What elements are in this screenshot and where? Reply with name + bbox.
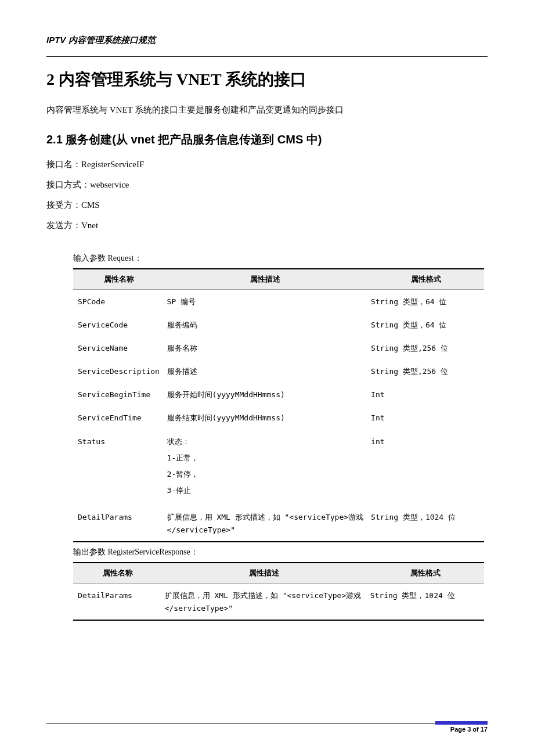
interface-mode-value: webservice	[90, 180, 129, 189]
sender-label: 发送方：	[46, 221, 81, 230]
table-row: DetailParams 扩展信息，用 XML 形式描述，如 "<service…	[73, 505, 484, 542]
table-row: Status 状态： 1-正常， 2-暂停， 3-停止 int	[73, 430, 484, 505]
sender-row: 发送方：Vnet	[46, 220, 488, 231]
status-line: 状态：	[167, 435, 365, 448]
cell-name: DetailParams	[73, 584, 161, 621]
sender-value: Vnet	[81, 221, 98, 230]
cell-desc: 服务描述	[164, 359, 368, 383]
request-table: 属性名称 属性描述 属性格式 SPCode SP 编号 String 类型，64…	[73, 268, 484, 542]
cell-name: ServiceCode	[73, 313, 164, 336]
cell-format: String 类型，64 位	[367, 313, 484, 336]
table-row: SPCode SP 编号 String 类型，64 位	[73, 290, 484, 314]
col-header-desc: 属性描述	[161, 563, 367, 584]
cell-name: ServiceEndTime	[73, 406, 164, 429]
col-header-format: 属性格式	[367, 563, 484, 584]
table-row: ServiceName 服务名称 String 类型,256 位	[73, 336, 484, 359]
cell-format: String 类型,256 位	[367, 359, 484, 383]
page-footer: Page 3 of 17	[46, 723, 488, 733]
footer-accent-bar	[435, 721, 488, 725]
cell-format: String 类型,256 位	[367, 336, 484, 359]
cell-format: int	[367, 430, 484, 505]
interface-name-value: RegisterServiceIF	[81, 160, 144, 169]
cell-format: String 类型，64 位	[367, 290, 484, 314]
cell-name: SPCode	[73, 290, 164, 314]
cell-desc: 服务结束时间(yyyyMMddHHmmss)	[164, 406, 368, 429]
cell-name: DetailParams	[73, 505, 164, 542]
table-row: ServiceBeginTime 服务开始时间(yyyyMMddHHmmss) …	[73, 383, 484, 406]
cell-format: String 类型，1024 位	[367, 505, 484, 542]
cell-desc: 扩展信息，用 XML 形式描述，如 "<serviceType>游戏</serv…	[161, 584, 367, 621]
table-row: ServiceCode 服务编码 String 类型，64 位	[73, 313, 484, 336]
table-row: ServiceDescription 服务描述 String 类型,256 位	[73, 359, 484, 383]
status-line: 1-正常，	[167, 452, 365, 465]
cell-format: String 类型，1024 位	[367, 584, 484, 621]
cell-name: ServiceName	[73, 336, 164, 359]
doc-header-title: IPTV 内容管理系统接口规范	[46, 35, 488, 46]
interface-mode-label: 接口方式：	[46, 180, 90, 189]
table-row: DetailParams 扩展信息，用 XML 形式描述，如 "<service…	[73, 584, 484, 621]
section-heading: 2 内容管理系统与 VNET 系统的接口	[46, 69, 488, 91]
interface-mode-row: 接口方式：webservice	[46, 179, 488, 190]
receiver-row: 接受方：CMS	[46, 200, 488, 211]
interface-name-row: 接口名：RegisterServiceIF	[46, 159, 488, 170]
cell-format: Int	[367, 406, 484, 429]
subsection-heading: 2.1 服务创建(从 vnet 把产品服务信息传递到 CMS 中)	[46, 132, 488, 147]
cell-desc: 服务开始时间(yyyyMMddHHmmss)	[164, 383, 368, 406]
cell-desc: 服务名称	[164, 336, 368, 359]
cell-name: ServiceDescription	[73, 359, 164, 383]
response-table: 属性名称 属性描述 属性格式 DetailParams 扩展信息，用 XML 形…	[73, 562, 484, 621]
cell-desc: 状态： 1-正常， 2-暂停， 3-停止	[164, 430, 368, 505]
col-header-name: 属性名称	[73, 269, 164, 290]
cell-name: ServiceBeginTime	[73, 383, 164, 406]
receiver-label: 接受方：	[46, 200, 81, 210]
receiver-value: CMS	[81, 200, 100, 210]
cell-name: Status	[73, 430, 164, 505]
interface-name-label: 接口名：	[46, 160, 81, 169]
cell-desc: 扩展信息，用 XML 形式描述，如 "<serviceType>游戏</serv…	[164, 505, 368, 542]
table-header-row: 属性名称 属性描述 属性格式	[73, 563, 484, 584]
table-header-row: 属性名称 属性描述 属性格式	[73, 269, 484, 290]
page-number: Page 3 of 17	[46, 726, 488, 733]
section-intro: 内容管理系统与 VNET 系统的接口主要是服务创建和产品变更通知的同步接口	[46, 105, 488, 116]
col-header-name: 属性名称	[73, 563, 161, 584]
status-line: 3-停止	[167, 484, 365, 497]
request-table-label: 输入参数 Request：	[73, 253, 488, 264]
status-line: 2-暂停，	[167, 468, 365, 481]
cell-desc: 服务编码	[164, 313, 368, 336]
header-divider	[46, 56, 488, 57]
table-row: ServiceEndTime 服务结束时间(yyyyMMddHHmmss) In…	[73, 406, 484, 429]
cell-format: Int	[367, 383, 484, 406]
response-table-label: 输出参数 RegisterServiceResponse：	[73, 547, 488, 557]
footer-divider	[46, 723, 488, 723]
col-header-desc: 属性描述	[164, 269, 368, 290]
cell-desc: SP 编号	[164, 290, 368, 314]
col-header-format: 属性格式	[367, 269, 484, 290]
